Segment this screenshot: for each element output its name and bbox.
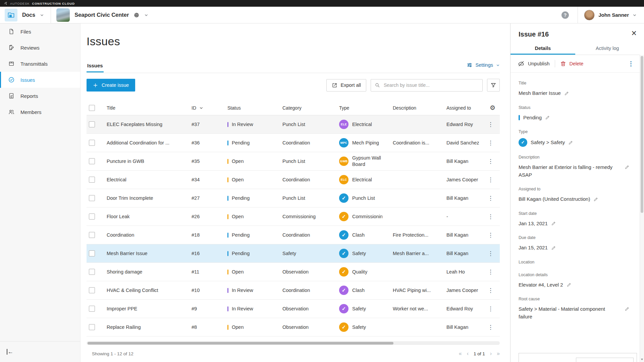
- field-label: Start date: [519, 211, 632, 216]
- edit-pencil-icon[interactable]: [593, 197, 598, 202]
- table-row[interactable]: Door Trim Incomplete #27 Pending Punch L…: [87, 189, 500, 207]
- edit-pencil-icon[interactable]: [567, 282, 572, 287]
- sidebar-item-label: Reports: [20, 93, 38, 99]
- kebab-menu-icon[interactable]: ⋮: [486, 213, 495, 221]
- close-icon[interactable]: ×: [629, 28, 639, 39]
- row-checkbox[interactable]: [89, 121, 95, 127]
- settings-label: Settings: [476, 62, 493, 68]
- table-row[interactable]: Floor Leak #26 Open Commissioning ✓ Comm…: [87, 207, 500, 226]
- sidebar-collapse-button[interactable]: ←: [0, 341, 80, 362]
- table-row[interactable]: Electrical #34 Open Coordination ELC Ele…: [87, 171, 500, 189]
- scrollbar-down-arrow[interactable]: [641, 359, 643, 360]
- prev-page-button[interactable]: ‹: [467, 351, 469, 357]
- pagination: « ‹ 1 of 1 › »: [459, 351, 500, 357]
- column-header-id[interactable]: ID: [192, 105, 227, 111]
- row-checkbox[interactable]: [89, 177, 95, 183]
- row-checkbox[interactable]: [89, 250, 95, 256]
- table-row[interactable]: HVAC & Ceiling Conflict #10 In Review Co…: [87, 281, 500, 300]
- status-color-bar: [227, 214, 228, 219]
- panel-bottom-field-box[interactable]: [519, 353, 637, 362]
- next-page-button[interactable]: ›: [490, 351, 492, 357]
- kebab-menu-icon[interactable]: ⋮: [486, 231, 495, 239]
- sidebar-item-issues[interactable]: Issues: [0, 72, 80, 88]
- kebab-menu-icon[interactable]: ⋮: [486, 139, 495, 147]
- row-checkbox[interactable]: [89, 232, 95, 238]
- kebab-menu-icon[interactable]: ⋮: [486, 249, 495, 258]
- user-menu[interactable]: John Sanner: [578, 10, 644, 20]
- row-checkbox[interactable]: [89, 140, 95, 146]
- project-switcher[interactable]: Seaport Civic Center: [51, 8, 154, 22]
- kebab-menu-icon[interactable]: ⋮: [486, 194, 495, 202]
- kebab-menu-icon[interactable]: ⋮: [486, 305, 495, 313]
- table-row[interactable]: ELEC Faceplates Missing #37 In Review Pu…: [87, 115, 500, 134]
- search-input[interactable]: [383, 82, 479, 88]
- panel-bottom-inner-input[interactable]: [576, 358, 634, 362]
- table-row[interactable]: Coordination #18 Pending Coordination ✓ …: [87, 226, 500, 244]
- sidebar-item-reviews[interactable]: Reviews: [0, 40, 80, 56]
- edit-pencil-icon[interactable]: [551, 245, 556, 250]
- panel-scrollbar-thumb[interactable]: [641, 56, 643, 213]
- settings-button[interactable]: Settings: [467, 62, 500, 68]
- issue-type-icon: ELC: [339, 175, 348, 184]
- issue-type-label: Electrical: [352, 121, 382, 128]
- issue-type-label: Mech Piping: [352, 140, 382, 146]
- kebab-menu-icon[interactable]: ⋮: [486, 157, 495, 166]
- tab-issues[interactable]: Issues: [87, 63, 104, 72]
- first-page-button[interactable]: «: [459, 351, 462, 357]
- row-checkbox[interactable]: [89, 287, 95, 293]
- user-name: John Sanner: [598, 12, 629, 18]
- row-menu-cell: ⋮: [485, 268, 500, 276]
- tab-details[interactable]: Details: [511, 45, 575, 55]
- issue-id: #11: [192, 269, 227, 275]
- gear-icon[interactable]: ⚙: [490, 105, 495, 111]
- row-checkbox[interactable]: [89, 306, 95, 312]
- create-issue-button[interactable]: Create issue: [87, 79, 135, 92]
- panel-scrollbar[interactable]: [640, 55, 644, 362]
- filter-button[interactable]: [487, 79, 500, 92]
- issue-assignee: James Cooper: [446, 288, 485, 293]
- table-row[interactable]: Improper PPE #9 In Review Observation ✓ …: [87, 300, 500, 318]
- panel-kebab-menu-icon[interactable]: ⋮: [628, 60, 640, 67]
- kebab-menu-icon[interactable]: ⋮: [486, 286, 495, 295]
- table-row[interactable]: Shoring damage #11 Open Observation ✓ Qu…: [87, 263, 500, 281]
- edit-pencil-icon[interactable]: [564, 91, 569, 96]
- status-label: In Review: [232, 306, 253, 311]
- row-checkbox[interactable]: [89, 269, 95, 275]
- edit-pencil-icon[interactable]: [568, 140, 573, 145]
- kebab-menu-icon[interactable]: ⋮: [486, 268, 495, 276]
- row-checkbox[interactable]: [89, 195, 95, 201]
- globe-icon: [133, 12, 140, 18]
- tab-activity-log[interactable]: Activity log: [575, 45, 640, 55]
- horizontal-scrollbar[interactable]: [87, 341, 500, 345]
- edit-pencil-icon[interactable]: [625, 306, 630, 311]
- kebab-menu-icon[interactable]: ⋮: [486, 176, 495, 184]
- sidebar-item-members[interactable]: Members: [0, 104, 80, 120]
- table-row[interactable]: Mesh Barrier Issue #16 Pending Safety ✓ …: [87, 244, 500, 263]
- unpublish-button[interactable]: Unpublish: [518, 60, 550, 67]
- help-icon[interactable]: ?: [561, 11, 569, 19]
- row-checkbox[interactable]: [89, 324, 95, 330]
- export-all-button[interactable]: Export all: [326, 79, 366, 92]
- sidebar-item-files[interactable]: Files: [0, 23, 80, 40]
- edit-pencil-icon[interactable]: [625, 165, 630, 170]
- select-all-checkbox[interactable]: [89, 105, 95, 111]
- table-row[interactable]: Puncture in GWB #35 Open Punch List GWB …: [87, 152, 500, 171]
- table-footer: Showing 1 - 12 of 12 « ‹ 1 of 1 › »: [87, 346, 500, 361]
- row-checkbox[interactable]: [89, 214, 95, 220]
- last-page-button[interactable]: »: [497, 351, 500, 357]
- table-row[interactable]: Replace Railing #8 Open Observation ✓ Sa…: [87, 318, 500, 337]
- table-row[interactable]: Additional Coordination for ... #36 Pend…: [87, 134, 500, 152]
- kebab-menu-icon[interactable]: ⋮: [486, 120, 495, 129]
- kebab-menu-icon[interactable]: ⋮: [486, 323, 495, 331]
- edit-pencil-icon[interactable]: [551, 221, 556, 226]
- product-switcher[interactable]: Docs: [0, 7, 51, 23]
- sidebar-item-reports[interactable]: Reports: [0, 88, 80, 104]
- sidebar-item-transmittals[interactable]: Transmittals: [0, 56, 80, 72]
- edit-pencil-icon[interactable]: [545, 115, 550, 120]
- delete-button[interactable]: Delete: [560, 61, 584, 67]
- horizontal-scrollbar-thumb[interactable]: [88, 342, 393, 345]
- app-header: Docs Seaport Civic Center ? John Sanner: [0, 7, 644, 23]
- issue-type-icon: ✓: [339, 212, 348, 221]
- issue-description: Coordination is...: [393, 140, 446, 145]
- row-checkbox[interactable]: [89, 158, 95, 164]
